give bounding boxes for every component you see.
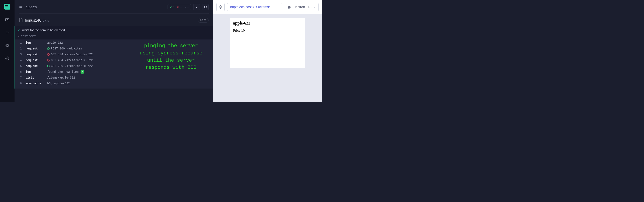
command-name: log	[26, 41, 44, 45]
cypress-logo-icon	[4, 4, 10, 10]
line-number: 8	[18, 82, 22, 85]
runs-nav-icon[interactable]	[4, 30, 10, 35]
runner-top-row: Specs 1 -- --	[14, 4, 213, 13]
command-name: request	[26, 64, 44, 68]
success-badge-icon: ✓	[80, 70, 84, 74]
line-number: 2	[18, 47, 22, 50]
svg-point-5	[289, 7, 290, 8]
command-row[interactable]: 6logfound the new item✓	[15, 69, 213, 75]
item-heading: apple-622	[233, 21, 302, 26]
file-icon	[19, 18, 23, 23]
line-number: 4	[18, 59, 22, 62]
svg-point-4	[220, 7, 221, 8]
test-body-label[interactable]: TEST BODY	[15, 34, 213, 40]
specs-title: Specs	[26, 5, 37, 9]
preview-panel: http://localhost:4200/items/... Electron…	[213, 0, 322, 102]
command-log: 1logapple-6222requestPOST 200 /add-item3…	[15, 40, 213, 89]
preview-body: apple-622 Price 10	[213, 14, 322, 102]
command-row[interactable]: 2requestPOST 200 /add-item	[15, 46, 213, 52]
line-number: 7	[18, 76, 22, 79]
svg-point-2	[7, 58, 8, 59]
svg-point-1	[6, 45, 8, 46]
command-name: request	[26, 59, 44, 62]
pass-count: 1	[170, 6, 175, 9]
command-args: found the new item✓	[47, 70, 84, 74]
status-fail-icon	[47, 59, 50, 62]
timer-badge: 00:08	[198, 18, 209, 23]
command-name: visit	[26, 76, 44, 79]
line-number: 6	[18, 70, 22, 74]
command-args: /items/apple-622	[47, 76, 75, 79]
status-success-icon	[47, 65, 50, 67]
command-name: request	[26, 53, 44, 56]
browser-selector[interactable]: Electron 118	[285, 3, 319, 11]
debug-nav-icon[interactable]	[4, 43, 10, 48]
run-status-box: 1 -- --	[168, 4, 191, 10]
chevron-down-button[interactable]	[193, 4, 200, 11]
command-args: GET 404 /items/apple-622	[47, 59, 93, 62]
app-under-test[interactable]: apple-622 Price 10	[230, 18, 305, 68]
command-name: log	[26, 70, 44, 74]
command-row[interactable]: 3requestGET 404 /items/apple-622	[15, 52, 213, 57]
app-iconbar	[0, 0, 14, 102]
item-price: Price 10	[233, 29, 302, 33]
line-number: 5	[18, 64, 22, 68]
runner-panel: Specs 1 -- --	[14, 0, 213, 102]
collapse-icon[interactable]	[19, 5, 23, 9]
command-row[interactable]: 1logapple-622	[15, 40, 213, 46]
command-row[interactable]: 8-containsh3, apple-622	[15, 81, 213, 86]
status-fail-icon	[47, 53, 50, 56]
fail-count: --	[176, 6, 182, 9]
command-row[interactable]: 7visit/items/apple-622	[15, 75, 213, 81]
command-row[interactable]: 4requestGET 404 /items/apple-622	[15, 57, 213, 63]
test-block: ✔ waits for the item to be created TEST …	[14, 26, 213, 89]
line-number: 1	[18, 41, 22, 45]
spec-header: bonus140.cy.js 00:08	[14, 14, 213, 25]
rerun-button[interactable]	[202, 4, 209, 11]
command-args: POST 200 /add-item	[47, 47, 82, 50]
command-row[interactable]: 5requestGET 200 /items/apple-622	[15, 63, 213, 69]
command-args: h3, apple-622	[47, 82, 70, 85]
preview-toolbar: http://localhost:4200/items/... Electron…	[213, 0, 322, 14]
test-title-row[interactable]: ✔ waits for the item to be created	[15, 26, 213, 34]
line-number: 3	[18, 53, 22, 56]
selector-playground-button[interactable]	[216, 3, 225, 11]
command-name: request	[26, 47, 44, 50]
command-args: apple-622	[47, 41, 63, 45]
spec-name: bonus140	[25, 18, 41, 23]
command-name: -contains	[26, 82, 44, 85]
spec-ext: .cy.js	[42, 19, 49, 22]
url-display[interactable]: http://localhost:4200/items/...	[227, 3, 282, 11]
test-title: waits for the item to be created	[22, 28, 65, 32]
chevron-down-icon	[18, 36, 20, 37]
specs-nav-icon[interactable]	[4, 17, 10, 23]
pending-count: --	[184, 6, 189, 9]
browser-name: Electron 118	[293, 5, 312, 9]
status-success-icon	[47, 47, 50, 50]
command-args: GET 200 /items/apple-622	[47, 64, 93, 68]
check-icon: ✔	[18, 29, 20, 32]
settings-nav-icon[interactable]	[4, 56, 10, 61]
command-args: GET 404 /items/apple-622	[47, 53, 93, 56]
